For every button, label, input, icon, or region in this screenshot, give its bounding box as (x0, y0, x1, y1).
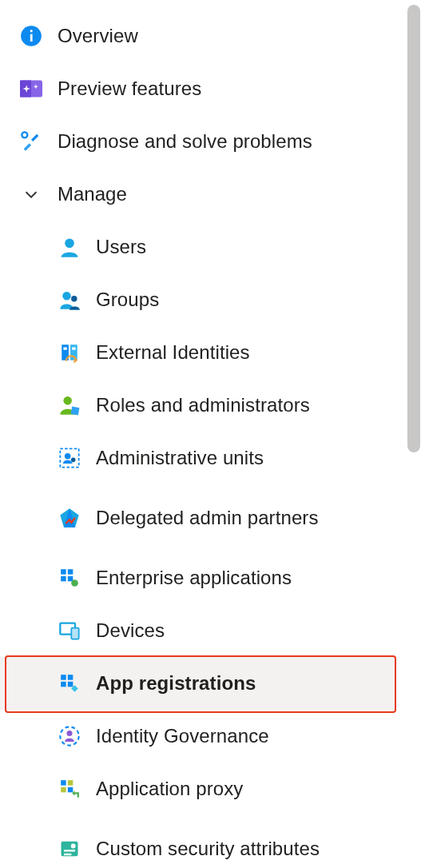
svg-rect-1 (30, 34, 33, 42)
sidebar-item-groups[interactable]: Groups (0, 273, 396, 326)
sidebar-item-devices[interactable]: Devices (0, 604, 396, 657)
svg-rect-31 (68, 675, 73, 680)
admin-units-icon (58, 446, 81, 470)
security-attr-icon (58, 837, 81, 861)
svg-point-20 (71, 458, 76, 463)
enterprise-apps-icon (58, 566, 81, 590)
svg-rect-39 (61, 787, 66, 793)
sidebar-item-roles[interactable]: Roles and administrators (0, 379, 396, 432)
svg-rect-33 (68, 682, 73, 687)
sidebar-item-application-proxy[interactable]: Application proxy (0, 762, 396, 815)
sidebar-item-label: App registrations (96, 671, 256, 695)
svg-point-16 (63, 396, 72, 405)
svg-rect-44 (64, 850, 75, 851)
svg-rect-2 (30, 30, 33, 32)
sidebar-item-label: External Identities (96, 340, 250, 364)
user-icon (58, 235, 81, 259)
sidebar-item-label: Enterprise applications (96, 566, 292, 590)
svg-rect-25 (61, 576, 66, 582)
svg-rect-37 (61, 780, 66, 786)
sidebar-item-diagnose[interactable]: Diagnose and solve problems (0, 115, 396, 168)
svg-rect-38 (68, 780, 73, 786)
identity-governance-icon (58, 724, 81, 748)
sidebar-item-label: Administrative units (96, 446, 264, 470)
partner-icon (58, 506, 81, 530)
sidebar-item-label: Groups (96, 288, 159, 312)
sidebar-item-label: Identity Governance (96, 724, 269, 748)
svg-rect-29 (71, 628, 78, 639)
svg-point-19 (65, 453, 70, 459)
chevron-down-icon (19, 182, 43, 206)
sparkle-icon (19, 77, 43, 101)
sidebar-item-external-identities[interactable]: External Identities (0, 326, 396, 379)
sidebar-item-custom-security[interactable]: Custom security attributes (0, 815, 396, 868)
sidebar-item-label: Overview (58, 24, 138, 48)
external-identities-icon (58, 340, 81, 364)
sidebar-item-label: Delegated admin partners (96, 506, 319, 530)
svg-point-9 (62, 292, 71, 301)
svg-point-27 (71, 579, 78, 587)
info-icon (19, 24, 43, 48)
sidebar-item-label: Custom security attributes (96, 837, 320, 861)
svg-rect-17 (71, 407, 80, 416)
sidebar-item-enterprise-apps[interactable]: Enterprise applications (0, 551, 396, 604)
sidebar-item-app-registrations[interactable]: App registrations (0, 657, 396, 710)
wrench-icon (19, 129, 43, 153)
sidebar-item-label: Diagnose and solve problems (58, 129, 312, 153)
svg-rect-40 (68, 787, 73, 793)
sidebar-item-label: Users (96, 235, 146, 259)
sidebar-nav: Overview Preview features (0, 0, 396, 868)
svg-rect-14 (72, 348, 75, 350)
app-registrations-icon (58, 671, 81, 695)
sidebar-item-label: Devices (96, 619, 165, 643)
svg-point-10 (71, 296, 77, 301)
svg-point-7 (22, 132, 27, 137)
svg-rect-32 (61, 682, 66, 687)
sidebar-section-label: Manage (58, 183, 127, 205)
svg-point-43 (71, 844, 76, 849)
scrollbar-thumb[interactable] (407, 5, 420, 452)
admin-icon (58, 393, 81, 417)
devices-icon (58, 619, 81, 643)
svg-rect-23 (61, 569, 66, 575)
sidebar-item-identity-governance[interactable]: Identity Governance (0, 710, 396, 762)
svg-rect-45 (64, 854, 71, 855)
svg-point-8 (65, 239, 74, 249)
vertical-scrollbar[interactable] (406, 0, 422, 868)
viewport: Overview Preview features (0, 0, 425, 868)
svg-rect-26 (68, 576, 73, 582)
sidebar-item-delegated-partners[interactable]: Delegated admin partners (0, 484, 396, 551)
app-proxy-icon (58, 777, 81, 801)
svg-rect-13 (63, 348, 66, 350)
svg-point-36 (67, 731, 73, 736)
sidebar-section-manage[interactable]: Manage (0, 168, 396, 221)
sidebar-item-label: Roles and administrators (96, 393, 310, 417)
sidebar-item-preview-features[interactable]: Preview features (0, 62, 396, 115)
sidebar-item-overview[interactable]: Overview (0, 10, 396, 62)
sidebar-item-label: Preview features (58, 77, 201, 101)
sidebar-item-admin-units[interactable]: Administrative units (0, 432, 396, 484)
svg-rect-24 (68, 569, 73, 575)
sidebar-item-users[interactable]: Users (0, 221, 396, 273)
svg-rect-30 (61, 675, 66, 680)
group-icon (58, 288, 81, 312)
sidebar-item-label: Application proxy (96, 777, 243, 801)
